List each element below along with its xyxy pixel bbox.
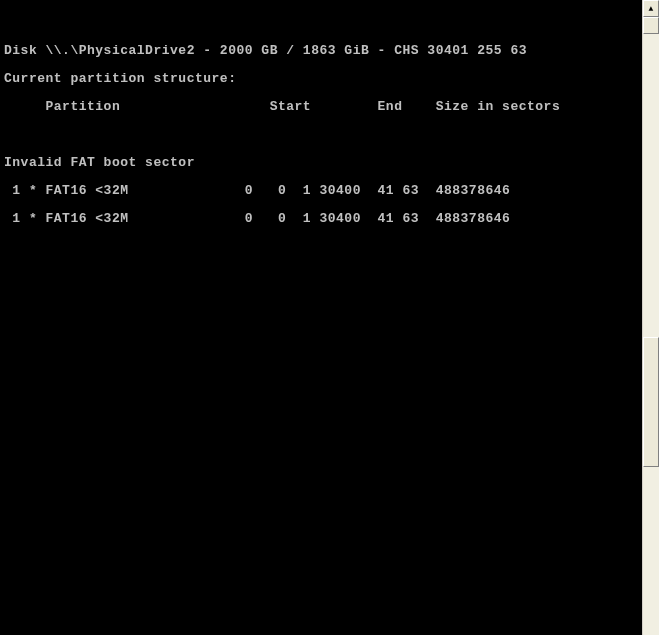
blank-line — [4, 604, 638, 618]
blank-line — [4, 240, 638, 254]
terminal-output: Disk \\.\PhysicalDrive2 - 2000 GB / 1863… — [0, 0, 642, 635]
disk-info: Disk \\.\PhysicalDrive2 - 2000 GB / 1863… — [4, 44, 638, 58]
blank-line — [4, 16, 638, 30]
invalid-sector: Invalid FAT boot sector — [4, 156, 638, 170]
structure-label: Current partition structure: — [4, 72, 638, 86]
scroll-thumb[interactable] — [643, 337, 659, 467]
blank-line — [4, 408, 638, 422]
blank-line — [4, 324, 638, 338]
blank-line — [4, 576, 638, 590]
scroll-thumb-top[interactable] — [643, 17, 659, 34]
content-area: Disk \\.\PhysicalDrive2 - 2000 GB / 1863… — [0, 0, 659, 635]
partition-row: 1 * FAT16 <32M 0 0 1 30400 41 63 4883786… — [4, 184, 638, 198]
blank-line — [4, 520, 638, 534]
blank-line — [4, 464, 638, 478]
scroll-up-button[interactable]: ▲ — [643, 0, 659, 17]
blank-line — [4, 492, 638, 506]
scroll-track[interactable] — [643, 17, 659, 635]
window: Disk \\.\PhysicalDrive2 - 2000 GB / 1863… — [0, 0, 659, 635]
blank-line — [4, 548, 638, 562]
vertical-scrollbar[interactable]: ▲ ▼ — [642, 0, 659, 635]
blank-line — [4, 128, 638, 142]
partition-header: Partition Start End Size in sectors — [4, 100, 638, 114]
partition-row: 1 * FAT16 <32M 0 0 1 30400 41 63 4883786… — [4, 212, 638, 226]
blank-line — [4, 352, 638, 366]
blank-line — [4, 436, 638, 450]
blank-line — [4, 296, 638, 310]
blank-line — [4, 380, 638, 394]
blank-line — [4, 268, 638, 282]
